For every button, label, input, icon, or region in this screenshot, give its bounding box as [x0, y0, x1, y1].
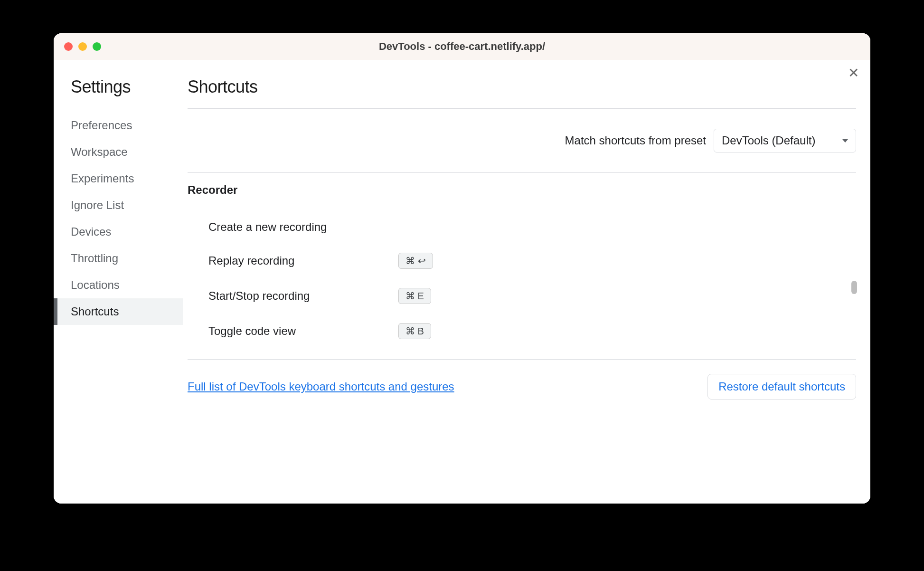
sidebar-item-experiments[interactable]: Experiments	[54, 165, 183, 192]
shortcut-row-toggle-code-view[interactable]: Toggle code view ⌘ B	[188, 314, 856, 349]
devtools-window: DevTools - coffee-cart.netlify.app/ ✕ Se…	[54, 33, 870, 504]
full-list-link[interactable]: Full list of DevTools keyboard shortcuts…	[188, 380, 454, 393]
close-icon[interactable]: ✕	[848, 67, 859, 80]
main-panel: Shortcuts Match shortcuts from preset De…	[183, 60, 870, 504]
minimize-window-button[interactable]	[78, 42, 87, 51]
titlebar: DevTools - coffee-cart.netlify.app/	[54, 33, 870, 60]
shortcut-row-start-stop-recording[interactable]: Start/Stop recording ⌘ E	[188, 278, 856, 314]
preset-select[interactable]: DevTools (Default)	[714, 129, 856, 152]
maximize-window-button[interactable]	[93, 42, 101, 51]
shortcuts-list: Recorder Create a new recording Replay r…	[188, 172, 856, 360]
scrollbar-thumb[interactable]	[851, 281, 857, 294]
sidebar-item-locations[interactable]: Locations	[54, 272, 183, 298]
page-title: Shortcuts	[188, 77, 856, 109]
preset-row: Match shortcuts from preset DevTools (De…	[188, 109, 856, 172]
shortcut-label: Toggle code view	[208, 324, 398, 338]
settings-sidebar: Settings Preferences Workspace Experimen…	[54, 60, 183, 504]
sidebar-item-shortcuts[interactable]: Shortcuts	[54, 298, 183, 325]
footer: Full list of DevTools keyboard shortcuts…	[188, 360, 856, 400]
chevron-down-icon	[842, 139, 848, 143]
keyboard-shortcut: ⌘ B	[398, 323, 431, 339]
sidebar-item-throttling[interactable]: Throttling	[54, 245, 183, 272]
content-area: ✕ Settings Preferences Workspace Experim…	[54, 60, 870, 504]
shortcut-row-create-recording[interactable]: Create a new recording	[188, 211, 856, 243]
sidebar-title: Settings	[54, 77, 183, 97]
traffic-lights	[64, 42, 101, 51]
keyboard-shortcut: ⌘ ↩	[398, 253, 433, 269]
close-window-button[interactable]	[64, 42, 73, 51]
shortcut-label: Replay recording	[208, 254, 398, 267]
preset-label: Match shortcuts from preset	[565, 134, 706, 147]
keyboard-shortcut: ⌘ E	[398, 288, 431, 304]
window-title: DevTools - coffee-cart.netlify.app/	[379, 40, 545, 53]
shortcut-label: Start/Stop recording	[208, 289, 398, 303]
restore-default-button[interactable]: Restore default shortcuts	[707, 374, 856, 400]
sidebar-item-ignore-list[interactable]: Ignore List	[54, 192, 183, 219]
section-title-recorder: Recorder	[188, 183, 856, 197]
shortcut-row-replay-recording[interactable]: Replay recording ⌘ ↩	[188, 243, 856, 278]
sidebar-item-workspace[interactable]: Workspace	[54, 139, 183, 165]
sidebar-item-devices[interactable]: Devices	[54, 219, 183, 245]
preset-select-value: DevTools (Default)	[722, 134, 815, 147]
sidebar-item-preferences[interactable]: Preferences	[54, 112, 183, 139]
shortcut-label: Create a new recording	[208, 220, 398, 234]
